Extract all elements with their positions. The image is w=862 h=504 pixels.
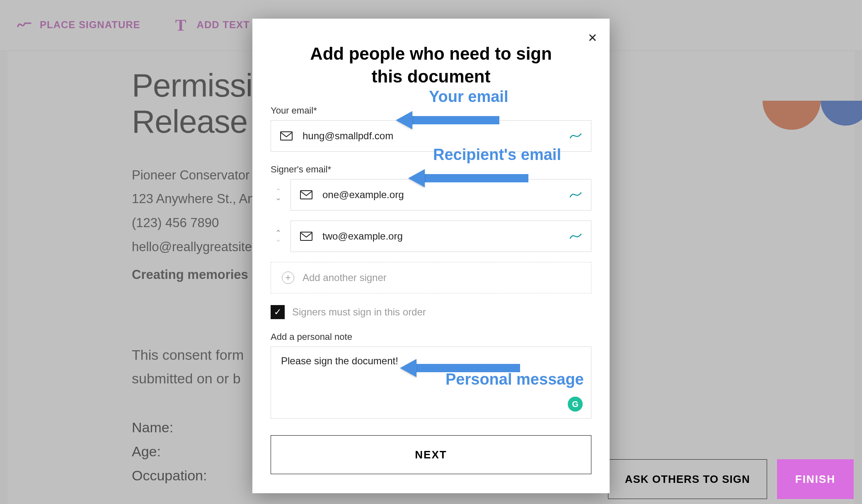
finish-button[interactable]: FINISH — [777, 459, 854, 499]
chevron-down-icon[interactable]: ⌄ — [275, 196, 281, 200]
chevron-up-icon[interactable]: ⌃ — [275, 190, 281, 194]
your-email-label: Your email* — [271, 105, 591, 116]
add-another-label: Add another signer — [303, 272, 387, 284]
sign-order-checkbox[interactable]: ✓ — [271, 305, 285, 319]
signer-row-1: ⌃ ⌄ — [271, 179, 591, 211]
note-label: Add a personal note — [271, 332, 591, 342]
plus-circle-icon: + — [282, 271, 294, 284]
grammarly-icon: G — [568, 397, 583, 412]
next-button[interactable]: NEXT — [271, 435, 591, 474]
personal-note-input[interactable] — [280, 354, 582, 411]
signer-email-field-1[interactable] — [291, 179, 591, 211]
signer-email-input-2[interactable] — [322, 230, 582, 242]
svg-rect-1 — [300, 191, 312, 199]
ask-others-button[interactable]: ASK OTHERS TO SIGN — [608, 459, 767, 499]
svg-rect-0 — [281, 132, 292, 140]
close-icon[interactable]: ✕ — [588, 31, 597, 45]
sign-order-row: ✓ Signers must sign in this order — [271, 305, 591, 319]
sign-glyph-icon — [569, 130, 582, 143]
signer-email-label: Signer's email* — [271, 164, 591, 175]
sign-glyph-icon — [569, 189, 582, 201]
signer-email-input-1[interactable] — [322, 189, 582, 201]
signer-email-field-2[interactable] — [291, 220, 591, 252]
mail-icon — [280, 131, 293, 141]
svg-rect-2 — [300, 232, 312, 240]
chevron-down-icon[interactable]: ⌄ — [275, 237, 281, 241]
personal-note-field[interactable]: G — [271, 346, 591, 419]
sign-glyph-icon — [569, 230, 582, 243]
chevron-up-icon[interactable]: ⌃ — [275, 231, 281, 235]
your-email-input[interactable] — [302, 130, 582, 142]
add-another-signer-button[interactable]: + Add another signer — [271, 262, 591, 293]
add-signers-modal: ✕ Add people who need to sign this docum… — [252, 19, 610, 493]
reorder-handle[interactable]: ⌃ ⌄ — [271, 190, 286, 200]
modal-title: Add people who need to sign this documen… — [295, 43, 567, 88]
signer-row-2: ⌃ ⌄ — [271, 220, 591, 252]
mail-icon — [300, 190, 312, 199]
reorder-handle[interactable]: ⌃ ⌄ — [271, 231, 286, 241]
your-email-field[interactable] — [271, 120, 591, 152]
mail-icon — [300, 232, 312, 241]
sign-order-label: Signers must sign in this order — [292, 306, 426, 318]
